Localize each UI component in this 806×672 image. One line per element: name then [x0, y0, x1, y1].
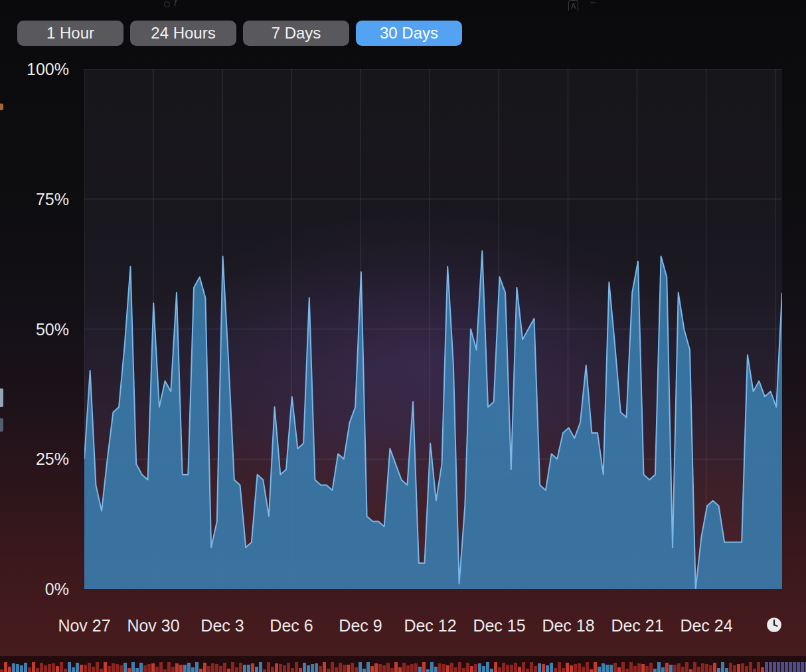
occluded-graph-bar — [123, 663, 127, 672]
range-button-7-days[interactable]: 7 Days — [243, 21, 349, 46]
occluded-graph-bar — [709, 665, 712, 672]
occluded-graph-bar — [757, 662, 760, 672]
range-button-30-days[interactable]: 30 Days — [356, 21, 462, 46]
occluded-graph-bar — [498, 667, 501, 672]
occluded-graph-bar — [307, 665, 310, 672]
occluded-graph-bar — [374, 663, 378, 672]
occluded-graph-bar — [155, 667, 159, 672]
occluded-graph-bar — [331, 662, 334, 672]
occluded-graph-bar — [550, 663, 553, 672]
occluded-graph-bar — [502, 663, 505, 672]
occluded-graph-bar — [231, 662, 234, 672]
occluded-graph-bar — [717, 668, 720, 672]
occluded-graph-bar — [116, 664, 119, 672]
occluded-graph-bar — [343, 665, 346, 672]
occluded-graph-bar — [578, 663, 581, 672]
occluded-graph-bar — [291, 668, 294, 672]
occluded-menubar-glyph: f — [174, 0, 177, 8]
occluded-graph-bar — [195, 662, 199, 672]
x-axis-label: Dec 24 — [663, 616, 750, 635]
occluded-graph-bar — [183, 665, 187, 672]
occluded-graph-bar — [633, 666, 637, 672]
chart-canvas — [84, 69, 782, 589]
occluded-graph-bar — [609, 665, 613, 672]
occluded-graph-bar — [127, 668, 131, 672]
occluded-graph-bar — [108, 666, 111, 672]
occluded-graph-bar — [534, 666, 537, 672]
occluded-graph-bar — [402, 663, 406, 672]
occluded-menubar-language-icon: A — [568, 0, 578, 11]
y-axis-label-50: 50% — [0, 319, 69, 339]
occluded-graph-bar — [410, 664, 414, 672]
occluded-graph-bar — [566, 663, 569, 672]
screen-edge-artifact — [0, 388, 3, 407]
occluded-graph-bar — [271, 667, 274, 672]
occluded-graph-bar — [203, 663, 206, 672]
occluded-menubar: f A ~ — [0, 0, 806, 11]
area-fill — [84, 251, 782, 589]
occluded-graph-bar — [179, 665, 183, 672]
occluded-graph-bar — [637, 663, 641, 672]
occluded-graph-bar — [398, 667, 402, 672]
occluded-graph-bar — [657, 662, 661, 672]
occluded-menubar-ring-icon — [164, 1, 170, 7]
occluded-graph-bar — [64, 669, 67, 672]
occluded-graph-bar — [378, 664, 382, 672]
occluded-graph-bar — [765, 662, 768, 672]
occluded-graph-bar — [414, 663, 418, 672]
occluded-graph-bar — [797, 662, 800, 672]
occluded-graph-bar — [641, 664, 645, 672]
range-button-1-hour[interactable]: 1 Hour — [17, 21, 123, 46]
occluded-graph-bar — [366, 662, 370, 672]
occluded-graph-bar — [151, 663, 155, 672]
occluded-graph-bar — [219, 666, 222, 672]
occluded-graph-bar — [370, 666, 374, 672]
occluded-graph-bar — [454, 667, 457, 672]
occluded-graph-bar — [100, 669, 103, 672]
occluded-graph-bar — [131, 662, 135, 672]
screen-edge-artifact — [0, 418, 3, 432]
occluded-graph-bar — [24, 663, 27, 672]
occluded-graph-bar — [777, 662, 780, 672]
occluded-graph-bar — [335, 667, 338, 672]
occluded-graph-bar — [570, 665, 573, 672]
clock-icon[interactable] — [766, 616, 783, 633]
range-button-24-hours[interactable]: 24 Hours — [130, 21, 236, 46]
occluded-graph-bar — [139, 663, 143, 672]
occluded-graph-bar — [613, 663, 617, 672]
occluded-graph-bar — [482, 666, 485, 672]
occluded-graph-bar — [789, 662, 792, 672]
occluded-graph-bar — [239, 663, 242, 672]
occluded-graph-bar — [4, 662, 7, 672]
y-axis-label-25: 25% — [0, 449, 69, 469]
occluded-graph-bar — [685, 662, 688, 672]
occluded-graph-bar — [394, 662, 398, 672]
occluded-graph-bar — [510, 665, 513, 672]
occluded-graph-bar — [12, 663, 15, 672]
occluded-graph-bar — [677, 663, 681, 672]
occluded-graph-bar — [582, 667, 585, 672]
occluded-graph-bar — [438, 663, 442, 672]
occluded-graph-bar — [279, 664, 282, 672]
occluded-graph-bar — [558, 662, 561, 672]
occluded-graph-bar — [311, 664, 314, 672]
occluded-graph-bar — [586, 662, 589, 672]
occluded-graph-bar — [713, 663, 716, 672]
occluded-graph-bar — [319, 666, 322, 672]
occluded-graph-bar — [315, 663, 318, 672]
occluded-graph-bar — [275, 663, 278, 672]
occluded-graph-bar — [263, 669, 266, 672]
occluded-graph-bar — [351, 663, 354, 672]
occluded-graph-bar — [590, 669, 593, 672]
occluded-graph-bar — [163, 669, 167, 672]
occluded-graph-bar — [697, 667, 700, 672]
occluded-graph-bar — [36, 668, 39, 672]
occluded-graph-bar — [56, 666, 59, 672]
occluded-graph-bar — [442, 664, 445, 672]
screen-edge-artifact — [0, 104, 3, 110]
occluded-graph-bar — [283, 665, 286, 672]
y-axis-label-100: 100% — [0, 59, 69, 79]
usage-history-chart[interactable] — [84, 69, 782, 589]
occluded-graph-bar — [466, 663, 469, 672]
occluded-graph-bar — [80, 665, 83, 672]
